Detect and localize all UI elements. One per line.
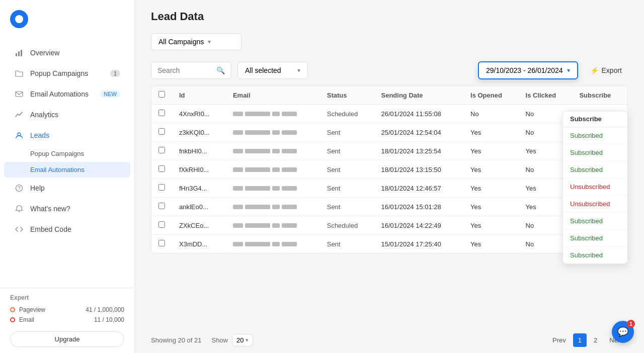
row-checkbox[interactable] xyxy=(158,147,165,153)
sidebar-item-overview-label: Overview xyxy=(30,49,120,57)
sidebar-sub-email-automations[interactable]: Email Automations xyxy=(4,162,130,178)
sidebar-item-analytics-label: Analytics xyxy=(30,111,120,119)
expert-label: Expert xyxy=(10,294,124,301)
row-checkbox[interactable] xyxy=(158,184,165,191)
chat-icon: 💬 xyxy=(617,326,628,337)
sidebar-item-help[interactable]: ? Help xyxy=(4,178,130,198)
cell-id: fnkbHI0... xyxy=(172,142,226,160)
upgrade-button[interactable]: Upgrade xyxy=(10,331,124,347)
sidebar-item-embed-label: Embed Code xyxy=(30,225,120,233)
pageview-dot xyxy=(10,307,15,312)
campaign-select[interactable]: All Campaigns ▾ xyxy=(151,33,242,50)
sidebar-item-email-automations[interactable]: Email Automations NEW xyxy=(4,84,130,104)
cell-email xyxy=(226,235,320,253)
cell-sending-date: 18/01/2024 12:46:57 xyxy=(374,179,464,198)
email-usage-value: 11 / 10,000 xyxy=(94,316,124,323)
date-chevron-icon: ▾ xyxy=(567,67,570,74)
sidebar-bottom: Expert Pageview 41 / 1,000,000 Email 11 … xyxy=(0,288,134,353)
cell-id: fXkRHI0... xyxy=(172,160,226,179)
export-button[interactable]: ⚡ Export xyxy=(584,62,628,78)
row-checkbox[interactable] xyxy=(158,221,165,228)
help-icon: ? xyxy=(14,183,24,193)
table-row: fHn3G4... Sent18/01/2024 12:46:57YesYes xyxy=(151,179,627,198)
col-header-subscribe: Subscribe xyxy=(572,86,627,105)
logo-circle xyxy=(10,10,28,28)
data-table: Id Email Status Sending Date Is Opened I… xyxy=(151,85,628,253)
col-header-email: Email xyxy=(226,86,320,105)
sidebar-item-popup-label: Popup Campaigns xyxy=(30,69,104,77)
show-label: Show xyxy=(211,336,228,344)
table-row: z3kKQI0... Sent25/01/2024 12:54:04YesNo xyxy=(151,123,627,142)
subscribe-dropdown-header: Subscribe xyxy=(563,111,627,127)
cell-is-opened: Yes xyxy=(463,235,519,253)
date-picker[interactable]: 29/10/2023 - 26/01/2024 ▾ xyxy=(478,61,578,79)
email-icon xyxy=(14,89,24,99)
subscribe-item: Subscribed xyxy=(563,230,627,247)
app-logo xyxy=(0,0,134,38)
col-header-is-opened: Is Opened xyxy=(463,86,519,105)
cell-id: ZXkCEo... xyxy=(172,216,226,235)
analytics-icon xyxy=(14,110,24,120)
date-range-value: 29/10/2023 - 26/01/2024 xyxy=(486,66,563,74)
page-header: Lead Data xyxy=(135,0,644,28)
subscribe-dropdown: Subscribe SubscribedSubscribedSubscribed… xyxy=(562,111,628,264)
table-row: 4XnxRI0... Scheduled26/01/2024 11:55:08N… xyxy=(151,105,627,123)
select-all-checkbox[interactable] xyxy=(158,91,165,98)
sidebar-sub-popup-label: Popup Campaigns xyxy=(30,150,84,157)
toolbar: All Campaigns ▾ xyxy=(135,28,644,55)
show-select[interactable]: 20 ▾ xyxy=(232,334,253,346)
row-checkbox[interactable] xyxy=(158,165,165,172)
cell-sending-date: 26/01/2024 11:55:08 xyxy=(374,105,464,123)
cell-is-opened: Yes xyxy=(463,160,519,179)
subscribe-item: Subscribed xyxy=(563,127,627,144)
sidebar-item-overview[interactable]: Overview xyxy=(4,43,130,63)
campaign-select-label: All Campaigns xyxy=(158,38,204,46)
search-icon: 🔍 xyxy=(216,66,225,74)
leads-icon xyxy=(14,130,24,140)
cell-id: z3kKQI0... xyxy=(172,123,226,142)
col-header-is-clicked: Is Clicked xyxy=(519,86,573,105)
subscribe-item: Subscribed xyxy=(563,144,627,161)
chat-button[interactable]: 💬 1 xyxy=(612,321,634,343)
sidebar-item-whats-new[interactable]: What's new? xyxy=(4,199,130,219)
prev-page-button[interactable]: Prev xyxy=(547,333,571,347)
cell-email xyxy=(226,160,320,179)
col-header-status: Status xyxy=(320,86,374,105)
cell-id: anklEo0... xyxy=(172,198,226,216)
sidebar-item-popup-campaigns[interactable]: Popup Campaigns 1 xyxy=(4,63,130,83)
show-value: 20 xyxy=(236,336,244,344)
table-row: fXkRHI0... Sent18/01/2024 13:15:50YesNo xyxy=(151,160,627,179)
search-box[interactable]: 🔍 xyxy=(151,62,231,79)
filter-select[interactable]: All selected ▾ xyxy=(237,62,308,79)
svg-text:?: ? xyxy=(18,186,21,191)
folder-icon xyxy=(14,68,24,78)
page-1-button[interactable]: 1 xyxy=(573,333,587,347)
pagination-bar: Showing 20 of 21 Show 20 ▾ Prev 1 2 Next xyxy=(135,327,644,353)
showing-text: Showing 20 of 21 xyxy=(151,336,201,344)
sidebar-item-email-label: Email Automations xyxy=(30,90,94,98)
cell-email xyxy=(226,123,320,142)
svg-rect-0 xyxy=(16,53,17,56)
chevron-down-icon: ▾ xyxy=(208,38,211,45)
row-checkbox[interactable] xyxy=(158,203,165,209)
cell-email xyxy=(226,105,320,123)
page-2-button[interactable]: 2 xyxy=(589,333,602,347)
search-input[interactable] xyxy=(157,66,212,74)
email-usage: Email 11 / 10,000 xyxy=(10,316,124,323)
cell-id: X3mDD... xyxy=(172,235,226,253)
sidebar-item-embed-code[interactable]: Embed Code xyxy=(4,219,130,239)
row-checkbox[interactable] xyxy=(158,128,165,135)
table-row: anklEo0... Sent16/01/2024 15:01:28YesYes xyxy=(151,198,627,216)
sidebar-item-analytics[interactable]: Analytics xyxy=(4,105,130,125)
row-checkbox[interactable] xyxy=(158,240,165,246)
sidebar-sub-popup-campaigns[interactable]: Popup Campaigns xyxy=(4,146,130,161)
cell-sending-date: 18/01/2024 13:15:50 xyxy=(374,160,464,179)
cell-sending-date: 25/01/2024 12:54:04 xyxy=(374,123,464,142)
show-chevron-icon: ▾ xyxy=(246,337,249,343)
chat-badge: 1 xyxy=(627,320,635,328)
cell-status: Sent xyxy=(320,123,374,142)
email-dot xyxy=(10,317,15,322)
col-header-id: Id xyxy=(172,86,226,105)
sidebar-item-leads[interactable]: Leads xyxy=(4,125,130,145)
row-checkbox[interactable] xyxy=(158,110,165,116)
